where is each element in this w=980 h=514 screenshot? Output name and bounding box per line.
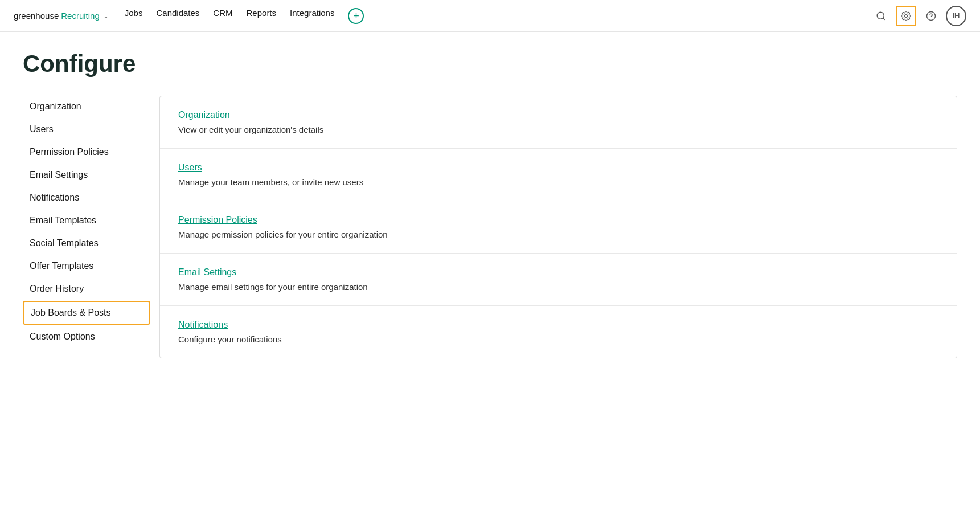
sidebar-item-email-templates[interactable]: Email Templates [23, 210, 150, 231]
nav-crm[interactable]: CRM [213, 8, 232, 24]
content-item-users: Users Manage your team members, or invit… [160, 149, 957, 201]
sidebar-item-notifications[interactable]: Notifications [23, 187, 150, 209]
notifications-link[interactable]: Notifications [178, 320, 228, 330]
page-container: Configure Organization Users Permission … [0, 32, 980, 358]
svg-point-2 [905, 14, 908, 17]
svg-point-0 [877, 12, 884, 19]
search-button[interactable] [871, 6, 891, 26]
email-settings-link[interactable]: Email Settings [178, 267, 236, 278]
nav-reports[interactable]: Reports [247, 8, 277, 24]
nav-links: Jobs Candidates CRM Reports Integrations… [125, 8, 855, 24]
brand-greenhouse-text: greenhouse [14, 11, 59, 21]
sidebar-item-permission-policies[interactable]: Permission Policies [23, 141, 150, 163]
sidebar-item-email-settings[interactable]: Email Settings [23, 164, 150, 186]
organization-description: View or edit your organization's details [178, 125, 938, 134]
email-settings-description: Manage email settings for your entire or… [178, 282, 938, 292]
page-title: Configure [23, 50, 957, 77]
sidebar-item-organization[interactable]: Organization [23, 96, 150, 117]
users-link[interactable]: Users [178, 162, 202, 173]
sidebar-item-job-boards-posts[interactable]: Job Boards & Posts [23, 301, 150, 325]
permission-policies-description: Manage permission policies for your enti… [178, 230, 938, 239]
sidebar-item-offer-templates[interactable]: Offer Templates [23, 255, 150, 277]
sidebar-item-custom-options[interactable]: Custom Options [23, 326, 150, 348]
sidebar-item-order-history[interactable]: Order History [23, 278, 150, 300]
content-area: Organization View or edit your organizat… [159, 96, 957, 358]
chevron-down-icon: ⌄ [103, 12, 109, 20]
sidebar-item-users[interactable]: Users [23, 119, 150, 140]
svg-line-1 [883, 18, 884, 19]
nav-candidates[interactable]: Candidates [156, 8, 199, 24]
users-description: Manage your team members, or invite new … [178, 177, 938, 187]
sidebar-item-social-templates[interactable]: Social Templates [23, 232, 150, 254]
user-avatar-button[interactable]: IH [946, 6, 966, 26]
nav-right-actions: IH [871, 6, 966, 26]
permission-policies-link[interactable]: Permission Policies [178, 215, 257, 225]
settings-button[interactable] [896, 6, 916, 26]
content-item-email-settings: Email Settings Manage email settings for… [160, 254, 957, 306]
nav-integrations[interactable]: Integrations [290, 8, 334, 24]
organization-link[interactable]: Organization [178, 110, 230, 120]
add-button[interactable]: + [348, 8, 364, 24]
brand-recruiting-text: Recruiting [61, 11, 100, 21]
content-item-notifications: Notifications Configure your notificatio… [160, 306, 957, 358]
content-item-permission-policies: Permission Policies Manage permission po… [160, 201, 957, 254]
main-layout: Organization Users Permission Policies E… [23, 96, 957, 358]
notifications-description: Configure your notifications [178, 334, 938, 344]
brand-logo[interactable]: greenhouse Recruiting ⌄ [14, 11, 109, 21]
content-item-organization: Organization View or edit your organizat… [160, 96, 957, 149]
nav-jobs[interactable]: Jobs [125, 8, 143, 24]
top-navigation: greenhouse Recruiting ⌄ Jobs Candidates … [0, 0, 980, 32]
sidebar: Organization Users Permission Policies E… [23, 96, 159, 358]
help-button[interactable] [921, 6, 941, 26]
